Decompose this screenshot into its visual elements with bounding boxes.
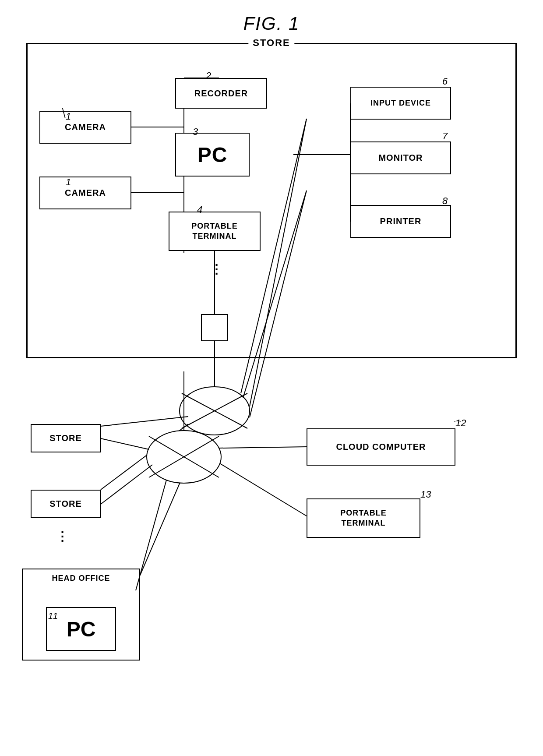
monitor-label: MONITOR: [378, 153, 423, 163]
camera2-label: CAMERA: [65, 188, 106, 198]
ref2: 2: [206, 70, 211, 81]
svg-line-34: [101, 465, 152, 504]
pc-store-box: PC: [175, 133, 250, 177]
printer-box: PRINTER: [350, 205, 451, 238]
head-office-pc-label: PC: [67, 617, 96, 641]
svg-line-35: [136, 480, 166, 590]
store-box2: STORE: [31, 490, 101, 518]
ref13: 13: [420, 489, 431, 500]
store-dots: ⋮: [210, 262, 223, 276]
store2-label: STORE: [49, 499, 82, 509]
store-label: STORE: [248, 37, 294, 49]
ref1b: 1: [66, 177, 71, 188]
monitor-box: MONITOR: [350, 141, 451, 174]
portable-terminal-bottom-label: PORTABLETERMINAL: [340, 508, 387, 529]
ref7: 7: [442, 131, 448, 142]
input-device-label: INPUT DEVICE: [370, 99, 431, 108]
svg-line-33: [101, 438, 149, 449]
svg-point-29: [147, 431, 221, 483]
printer-label: PRINTER: [380, 216, 422, 226]
svg-line-31: [149, 436, 219, 477]
ref11: 11: [48, 611, 58, 621]
head-office-outer-box: HEAD OFFICE PC 11: [22, 569, 140, 661]
svg-line-37: [220, 463, 307, 516]
svg-line-36: [219, 447, 307, 448]
pc-store-label: PC: [197, 143, 228, 167]
portable-terminal-store-box: PORTABLETERMINAL: [169, 212, 261, 251]
ref1a-slash: ╲: [60, 108, 66, 118]
input-device-box: INPUT DEVICE: [350, 87, 451, 120]
camera1-box: CAMERA: [39, 111, 131, 144]
recorder-label: RECORDER: [194, 88, 248, 99]
stores-dots: ⋮: [56, 529, 68, 544]
store1-label: STORE: [49, 433, 82, 443]
cloud-computer-box: CLOUD COMPUTER: [307, 428, 455, 466]
camera1-label: CAMERA: [65, 122, 106, 132]
ref3: 3: [193, 126, 198, 138]
head-office-label: HEAD OFFICE: [52, 574, 110, 583]
camera2-box: CAMERA: [39, 177, 131, 209]
portable-terminal-bottom-box: PORTABLETERMINAL: [307, 498, 420, 538]
store-box1: STORE: [31, 424, 101, 452]
portable-terminal-store-label: PORTABLETERMINAL: [191, 221, 238, 242]
ref1a: 1: [66, 111, 71, 122]
svg-line-30: [149, 436, 219, 477]
ref12-slash: ⌒: [451, 419, 461, 432]
diagram-container: STORE: [18, 43, 525, 752]
cloud-computer-label: CLOUD COMPUTER: [336, 442, 426, 452]
ref6: 6: [442, 76, 448, 87]
ref8: 8: [442, 195, 448, 207]
page-title: FIG. 1: [0, 0, 543, 43]
ref4: 4: [197, 204, 202, 215]
recorder-box: RECORDER: [175, 78, 267, 109]
network-section: STORE STORE ⋮ HEAD OFFICE PC 11 CLOUD CO…: [18, 371, 525, 752]
